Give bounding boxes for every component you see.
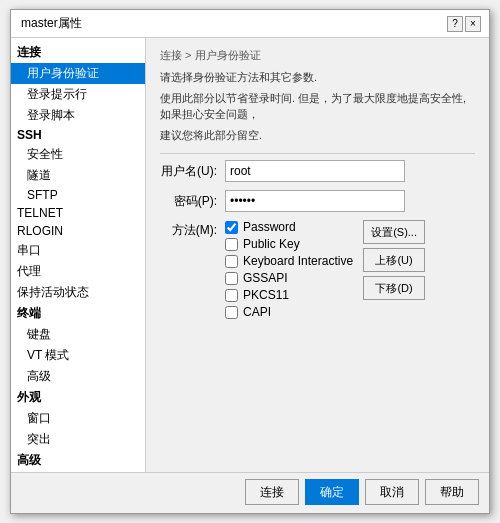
sidebar-item-vt-mode[interactable]: VT 模式 xyxy=(11,345,145,366)
dialog: master属性 ? × 连接 用户身份验证 登录提示行 登录脚本 SSH 安全… xyxy=(10,9,490,514)
sidebar-item-proxy[interactable]: 代理 xyxy=(11,261,145,282)
sidebar-item-tunnel[interactable]: 隧道 xyxy=(11,165,145,186)
help-button[interactable]: ? xyxy=(447,16,463,32)
method-pkcs11: PKCS11 xyxy=(225,288,353,302)
username-row: 用户名(U): xyxy=(160,160,475,182)
title-bar: master属性 ? × xyxy=(11,10,489,38)
checkbox-gssapi[interactable] xyxy=(225,272,238,285)
settings-button[interactable]: 设置(S)... xyxy=(363,220,425,244)
sidebar-group-ssh[interactable]: SSH xyxy=(11,126,145,144)
cancel-button[interactable]: 取消 xyxy=(365,479,419,505)
sidebar-item-keepalive[interactable]: 保持活动状态 xyxy=(11,282,145,303)
label-capi: CAPI xyxy=(243,305,271,319)
sidebar-item-login-prompt[interactable]: 登录提示行 xyxy=(11,84,145,105)
title-bar-buttons: ? × xyxy=(447,16,481,32)
method-options: Password Public Key Keyboard Interactive xyxy=(225,220,353,319)
desc-line2: 使用此部分以节省登录时间. 但是，为了最大限度地提高安全性, 如果担心安全问题， xyxy=(160,90,475,123)
label-keyboard: Keyboard Interactive xyxy=(243,254,353,268)
label-gssapi: GSSAPI xyxy=(243,271,288,285)
sidebar-item-security[interactable]: 安全性 xyxy=(11,144,145,165)
sidebar-item-serial[interactable]: 串口 xyxy=(11,240,145,261)
sidebar-group-terminal[interactable]: 终端 xyxy=(11,303,145,324)
sidebar-item-advanced[interactable]: 高级 xyxy=(11,366,145,387)
username-label: 用户名(U): xyxy=(160,163,225,180)
checkbox-capi[interactable] xyxy=(225,306,238,319)
sidebar-group-connection[interactable]: 连接 xyxy=(11,42,145,63)
label-password: Password xyxy=(243,220,296,234)
desc-line3: 建议您将此部分留空. xyxy=(160,127,475,144)
username-input[interactable] xyxy=(225,160,405,182)
sidebar-item-rlogin[interactable]: RLOGIN xyxy=(11,222,145,240)
ok-button[interactable]: 确定 xyxy=(305,479,359,505)
sidebar-group-appearance[interactable]: 外观 xyxy=(11,387,145,408)
dialog-body: 连接 用户身份验证 登录提示行 登录脚本 SSH 安全性 隧道 SFTP TEL… xyxy=(11,38,489,472)
sidebar-group-advanced[interactable]: 高级 xyxy=(11,450,145,471)
help-button-bottom[interactable]: 帮助 xyxy=(425,479,479,505)
sidebar-item-login-script[interactable]: 登录脚本 xyxy=(11,105,145,126)
checkbox-keyboard[interactable] xyxy=(225,255,238,268)
breadcrumb: 连接 > 用户身份验证 xyxy=(160,48,475,63)
sidebar: 连接 用户身份验证 登录提示行 登录脚本 SSH 安全性 隧道 SFTP TEL… xyxy=(11,38,146,472)
method-section: 方法(M): Password Public Key K xyxy=(160,220,475,319)
bottom-bar: 连接 确定 取消 帮助 xyxy=(11,472,489,513)
method-publickey: Public Key xyxy=(225,237,353,251)
password-input[interactable] xyxy=(225,190,405,212)
sidebar-item-telnet[interactable]: TELNET xyxy=(11,204,145,222)
side-buttons: 设置(S)... 上移(U) 下移(D) xyxy=(353,220,425,300)
method-gssapi: GSSAPI xyxy=(225,271,353,285)
desc-line1: 请选择身份验证方法和其它参数. xyxy=(160,69,475,86)
down-button[interactable]: 下移(D) xyxy=(363,276,425,300)
main-panel: 连接 > 用户身份验证 请选择身份验证方法和其它参数. 使用此部分以节省登录时间… xyxy=(146,38,489,472)
divider xyxy=(160,153,475,154)
checkbox-pkcs11[interactable] xyxy=(225,289,238,302)
password-row: 密码(P): xyxy=(160,190,475,212)
sidebar-item-sftp[interactable]: SFTP xyxy=(11,186,145,204)
sidebar-item-keyboard[interactable]: 键盘 xyxy=(11,324,145,345)
close-button[interactable]: × xyxy=(465,16,481,32)
up-button[interactable]: 上移(U) xyxy=(363,248,425,272)
password-label: 密码(P): xyxy=(160,193,225,210)
label-pkcs11: PKCS11 xyxy=(243,288,289,302)
checkbox-publickey[interactable] xyxy=(225,238,238,251)
method-password: Password xyxy=(225,220,353,234)
sidebar-item-window[interactable]: 窗口 xyxy=(11,408,145,429)
method-keyboard: Keyboard Interactive xyxy=(225,254,353,268)
checkbox-password[interactable] xyxy=(225,221,238,234)
method-label: 方法(M): xyxy=(160,220,225,239)
sidebar-item-highlight[interactable]: 突出 xyxy=(11,429,145,450)
connect-button[interactable]: 连接 xyxy=(245,479,299,505)
label-publickey: Public Key xyxy=(243,237,300,251)
method-row-with-btns: Password Public Key Keyboard Interactive xyxy=(225,220,425,319)
dialog-title: master属性 xyxy=(21,15,82,32)
method-capi: CAPI xyxy=(225,305,353,319)
sidebar-item-user-auth[interactable]: 用户身份验证 xyxy=(11,63,145,84)
